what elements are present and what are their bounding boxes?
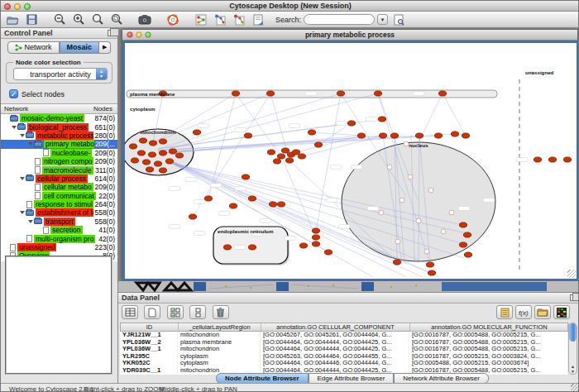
tab-mosaic[interactable]: Mosaic [60, 41, 100, 54]
tree-row[interactable]: nitrogen compo209(0) [1, 157, 117, 165]
tree-row[interactable]: cellular process614(0) [1, 174, 117, 183]
tree-row-label: metabolic process [36, 131, 96, 140]
snapshot-button[interactable] [136, 12, 153, 26]
folder-icon [10, 116, 18, 122]
edge [153, 93, 270, 143]
graph-node [267, 150, 275, 155]
graph-node [131, 158, 138, 163]
graph-node [337, 91, 344, 96]
node-label-pill [289, 124, 300, 128]
tree-row[interactable]: primary metabo209(... [1, 140, 117, 148]
tree-row[interactable]: response to stimul264(0) [1, 200, 117, 208]
table-cell: mitochondrion [178, 332, 261, 339]
tab-overflow-arrow[interactable]: ▶ [99, 41, 111, 54]
graph-node [434, 133, 442, 138]
destroy-network-view-button[interactable] [231, 12, 247, 26]
heatmap-button[interactable] [553, 305, 570, 319]
graph-node [159, 168, 166, 173]
window-resize-grip[interactable] [571, 384, 579, 392]
attribute-grid-button[interactable] [122, 305, 138, 319]
create-attribute-button[interactable] [144, 305, 160, 319]
zoom-out-button[interactable] [51, 12, 68, 26]
attribute-table[interactable]: ID_cellularLayoutRegionannotation.GO CEL… [120, 323, 568, 375]
scrollbar-thumb[interactable] [569, 323, 577, 342]
table-scrollbar[interactable]: ▲▼ [568, 323, 577, 375]
tree-header-network: Network [4, 105, 28, 112]
nucleus-subnode [379, 210, 384, 215]
expand-arrow-icon[interactable] [12, 126, 17, 129]
float-panel-icon[interactable] [108, 30, 115, 36]
tab-network[interactable]: Network [7, 41, 60, 54]
view-resize-grip[interactable] [567, 270, 576, 278]
search-dropdown-button[interactable]: ▼ [377, 14, 388, 25]
search-options-button[interactable] [390, 12, 407, 26]
node-label-pill [169, 225, 180, 229]
vizmapper-button[interactable] [250, 12, 266, 26]
import-attributes-button[interactable] [534, 305, 551, 319]
table-row[interactable]: YLR295Ccytoplasm[GO:0045263, GO:0044464,… [120, 353, 568, 361]
tree-row[interactable]: macromolecule311(0) [1, 165, 117, 174]
tree-row[interactable]: metabolic process280(0) [1, 131, 117, 140]
tree-row[interactable]: unassigned223(0) [1, 243, 117, 251]
zoom-in-button[interactable] [70, 12, 87, 26]
column-header[interactable]: annotation.GO MOLECULAR_FUNCTION [410, 323, 569, 331]
network-canvas[interactable]: plasma membranecytoplasmmitochondrionnuc… [122, 41, 579, 281]
tree-row[interactable]: cellular metabo209(0) [1, 183, 117, 191]
graph-node [137, 151, 145, 155]
tree-row[interactable]: secretion41(0) [1, 226, 117, 234]
expand-arrow-icon[interactable] [20, 134, 25, 137]
delete-attribute-button[interactable] [213, 305, 229, 319]
network-view-titlebar[interactable]: primary metabolic process [122, 30, 577, 41]
table-row[interactable]: YPL036W__1mitochondrion[GO:0044464, GO:0… [120, 346, 568, 353]
table-row[interactable]: YJR121W__1mitochondrion[GO:0045267, GO:0… [120, 332, 568, 339]
expand-arrow-icon[interactable] [20, 211, 25, 214]
new-network-view-button[interactable] [212, 12, 228, 26]
column-header[interactable]: annotation.GO CELLULAR_COMPONENT [261, 323, 410, 331]
attribute-dropdown[interactable]: transporter activity ▲▼ [13, 68, 108, 80]
column-header[interactable]: _cellularLayoutRegion [179, 323, 261, 331]
zoom-selected-button[interactable] [108, 12, 125, 26]
graph-node [563, 157, 571, 162]
help-button[interactable] [165, 12, 181, 26]
function-builder-button[interactable]: f(x) [515, 305, 532, 319]
node-label-pill [338, 225, 350, 229]
table-row[interactable]: YPL036W__2plasma membrane[GO:0044464, GO… [120, 339, 568, 347]
folder-icon [17, 124, 26, 130]
tree-row[interactable]: biological_process651(0) [1, 122, 117, 131]
select-nodes-checkbox[interactable]: ✓ [9, 89, 18, 98]
node-label-pill [235, 187, 246, 191]
select-attributes-button[interactable] [167, 305, 184, 319]
zoom-out-icon [54, 13, 66, 26]
expand-arrow-icon[interactable] [20, 177, 25, 180]
expand-arrow-icon[interactable] [28, 220, 33, 223]
table-cell: mitochondrion [178, 346, 261, 353]
save-session-button[interactable] [23, 12, 40, 26]
annotation-page-icon [253, 14, 264, 26]
data-panel-float-icon[interactable] [570, 294, 577, 301]
attribute-table-header[interactable]: ID_cellularLayoutRegionannotation.GO CEL… [120, 323, 568, 332]
tree-header[interactable]: Network Nodes [1, 103, 117, 114]
scrollbar-arrows[interactable]: ▲▼ [569, 364, 577, 374]
tree-row-count: 264(0) [93, 200, 115, 208]
network-view-window[interactable]: primary metabolic process plasma membran… [122, 29, 578, 280]
search-input[interactable] [304, 14, 375, 25]
tree-row[interactable]: nucleobase-209(0) [1, 149, 117, 157]
expand-arrow-icon[interactable] [28, 142, 33, 146]
graph-node [462, 133, 469, 138]
zoom-fit-button[interactable] [89, 12, 106, 26]
search-label: Search: [275, 16, 301, 24]
unselect-attributes-button[interactable] [189, 305, 206, 319]
layout-network-button[interactable] [193, 12, 209, 26]
tree-row[interactable]: cell communicat22(0) [1, 192, 117, 200]
tree-row[interactable]: multi-organism pro42(0) [1, 234, 117, 242]
column-header[interactable]: ID [121, 323, 179, 331]
table-row[interactable]: YKR052Ccytoplasm[GO:0044464, GO:0044446,… [120, 360, 568, 367]
tree-row[interactable]: establishment of lo558(0) [1, 208, 117, 217]
birdseye-view[interactable] [5, 256, 112, 375]
nucleus-subnode [404, 141, 409, 146]
open-session-button[interactable] [4, 12, 21, 26]
attribute-batch-button[interactable] [496, 305, 513, 319]
tree-row[interactable]: mosaic-demo-yeast874(0) [1, 114, 117, 122]
tree-row[interactable]: transport558(0) [1, 218, 117, 226]
trash-icon [216, 307, 225, 318]
